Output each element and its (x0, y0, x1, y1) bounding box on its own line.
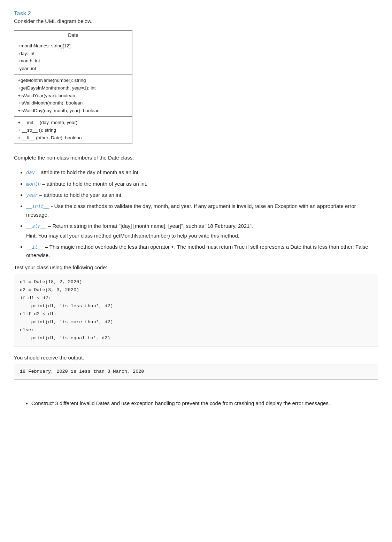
code-term: month (26, 181, 41, 187)
uml-header: Date (14, 31, 132, 40)
code-term: day (26, 170, 35, 176)
uml-special-method: + __lt__ (other: Date): boolean (18, 134, 129, 142)
uml-methods: +getMonthName(number): string+getDaysInM… (14, 75, 132, 117)
list-item: Construct 3 different invalid Dates and … (31, 399, 378, 408)
list-item: __init__ - Use the class methods to vali… (26, 202, 378, 219)
uml-attribute: +monthNames: string[12] (18, 42, 129, 50)
bottom-bullet-list: Construct 3 different invalid Dates and … (14, 399, 378, 408)
list-item: year – attribute to hold the year as an … (26, 191, 378, 199)
list-item: __str__ – Return a string in the format … (26, 222, 378, 240)
code-term: __str__ (26, 224, 47, 229)
output-block: 18 February, 2020 is less than 3 March, … (14, 364, 378, 380)
code-block: d1 = Date(18, 2, 2020) d2 = Date(3, 3, 2… (14, 274, 378, 347)
uml-method: +isValidYear(year): boolean (18, 92, 129, 100)
uml-method: +getDaysInMonth(month, year=1): int (18, 84, 129, 92)
uml-method: +getMonthName(number): string (18, 77, 129, 84)
uml-special-method: + __init__ (day, month, year) (18, 119, 129, 126)
uml-attribute: -year: int (18, 65, 129, 72)
list-item: day – attribute to hold the day of month… (26, 168, 378, 177)
complete-label: Complete the non-class members of the Da… (14, 154, 378, 162)
uml-special-methods: + __init__ (day, month, year)+ __str__ (… (14, 117, 132, 144)
uml-attribute: -month: int (18, 57, 129, 65)
uml-method: +isValidMonth(month): boolean (18, 99, 129, 107)
uml-attribute: -day: int (18, 50, 129, 57)
list-item: month – attribute to hold the month of y… (26, 180, 378, 188)
list-item: __lt__ – This magic method overloads the… (26, 243, 378, 260)
code-term: __lt__ (26, 245, 44, 250)
uml-diagram: Date +monthNames: string[12]-day: int-mo… (14, 30, 132, 144)
members-list: day – attribute to hold the day of month… (14, 168, 378, 260)
code-term: __init__ (26, 204, 49, 209)
task-title: Task 2 (14, 10, 378, 17)
test-label: Test your class using the following code… (14, 264, 378, 270)
output-label: You should receive the output: (14, 355, 378, 361)
uml-attributes: +monthNames: string[12]-day: int-month: … (14, 40, 132, 75)
uml-special-method: + __str__ (): string (18, 126, 129, 134)
intro-text: Consider the UML diagram below. (14, 18, 378, 24)
uml-method: +isValidDay(day, month, year): boolean (18, 107, 129, 115)
code-term: year (26, 193, 38, 198)
hint-text: Hint: You may call your class method get… (26, 232, 378, 240)
